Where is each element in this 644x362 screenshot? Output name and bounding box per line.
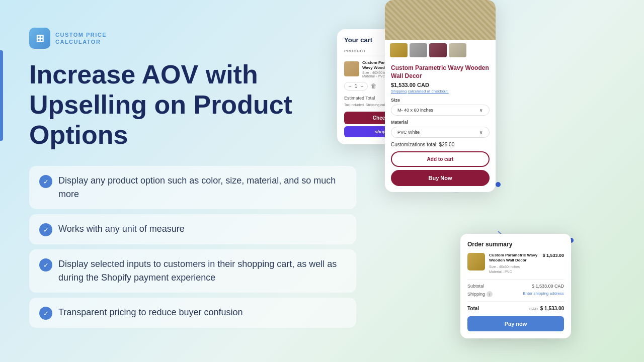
left-accent-bar: [0, 50, 3, 141]
total-value: CAD $ 1,533.00: [529, 306, 564, 311]
order-summary-title: Order summary: [467, 241, 564, 248]
product-thumb-4[interactable]: [449, 43, 466, 57]
qty-control[interactable]: − 1 +: [344, 82, 368, 90]
shipping-note-text: calculated at checkout.: [408, 89, 448, 94]
total-label: Total: [467, 306, 479, 311]
product-thumbnails: [385, 40, 496, 60]
product-thumb-1[interactable]: [390, 43, 408, 57]
shipping-value[interactable]: Enter shipping address: [523, 291, 564, 297]
product-shipping-note: Shipping calculated at checkout.: [391, 89, 490, 94]
right-area: Your cart Continue shopping PRODUCT TOTA…: [332, 0, 644, 362]
check-icon-3: ✓: [39, 258, 52, 272]
product-image-pattern: [385, 0, 496, 40]
check-icon-4: ✓: [39, 307, 52, 320]
product-price: $1,533.00 CAD: [391, 82, 490, 88]
product-thumb-2[interactable]: [410, 43, 427, 57]
product-main-image: [385, 0, 496, 40]
feature-text-3: Display selected inputs to customers in …: [58, 257, 346, 285]
product-details: Custom Parametric Wavy Wooden Wall Decor…: [385, 60, 496, 192]
material-option-label: Material: [391, 120, 490, 125]
feature-item-3: ✓ Display selected inputs to customers i…: [29, 249, 356, 293]
estimated-total-label: Estimated Total: [344, 96, 375, 101]
total-currency: CAD: [529, 307, 538, 311]
order-item-name: Custom Parametric Wavy Wooden Wall Decor: [489, 253, 538, 263]
total-amount: $ 1,533.00: [540, 306, 564, 311]
order-summary-modal: Order summary Custom Parametric Wavy Woo…: [460, 234, 571, 338]
order-item-size: Size - 40x60 inches: [489, 264, 538, 269]
brand-name: CUSTOM PRICE CALCULATOR: [55, 31, 107, 46]
product-name: Custom Parametric Wavy Wooden Wall Decor: [391, 64, 490, 80]
cart-title: Your cart: [344, 36, 372, 44]
product-col-header: PRODUCT: [344, 49, 366, 53]
subtotal-label: Subtotal: [467, 284, 484, 289]
shipping-row-label: Shipping i: [467, 291, 493, 297]
product-thumb-3[interactable]: [429, 43, 447, 57]
shipping-info-icon[interactable]: i: [487, 291, 493, 297]
add-to-cart-button[interactable]: Add to cart: [391, 151, 490, 167]
customizations-value: $25.00: [439, 142, 455, 147]
pay-now-button[interactable]: Pay now: [467, 316, 564, 331]
left-panel: ⊞ CUSTOM PRICE CALCULATOR Increase AOV w…: [29, 28, 356, 328]
remove-item-icon[interactable]: 🗑: [371, 82, 377, 89]
order-item-material: Material - PVC: [489, 269, 538, 275]
customizations-label: Customizations total:: [391, 142, 438, 147]
connector-dot-1: [496, 182, 501, 187]
product-modal: Custom Parametric Wavy Wooden Wall Decor…: [385, 0, 496, 192]
material-chevron-icon: ∨: [479, 130, 483, 135]
order-divider-1: [467, 279, 564, 280]
order-divider-2: [467, 301, 564, 302]
feature-item-4: ✓ Transparent pricing to reduce buyer co…: [29, 298, 356, 328]
order-item-image: [467, 253, 485, 270]
size-select[interactable]: M- 40 x 60 inches ∨: [391, 105, 490, 116]
feature-list: ✓ Display any product option such as col…: [29, 166, 356, 328]
material-select-value: PVC White: [397, 130, 420, 135]
order-summary-item: Custom Parametric Wavy Wooden Wall Decor…: [467, 253, 564, 274]
buy-now-button[interactable]: Buy Now: [391, 170, 490, 186]
size-chevron-icon: ∨: [479, 108, 483, 113]
brand-header: ⊞ CUSTOM PRICE CALCULATOR: [29, 28, 356, 49]
cart-item-image: [344, 61, 359, 76]
qty-value: 1: [355, 83, 358, 89]
shipping-link[interactable]: Shipping: [391, 89, 407, 94]
feature-text-2: Works with any unit of measure: [58, 222, 185, 236]
feature-item-2: ✓ Works with any unit of measure: [29, 214, 356, 244]
shipping-row: Shipping i Enter shipping address: [467, 291, 564, 297]
customizations-total: Customizations total: $25.00: [391, 142, 490, 147]
size-option-label: Size: [391, 98, 490, 103]
order-item-info: Custom Parametric Wavy Wooden Wall Decor…: [489, 253, 538, 274]
main-title: Increase AOV with Upselling on Product O…: [29, 60, 356, 150]
total-row: Total CAD $ 1,533.00: [467, 306, 564, 311]
check-icon-1: ✓: [39, 175, 52, 188]
qty-decrease[interactable]: −: [349, 83, 352, 89]
size-select-value: M- 40 x 60 inches: [397, 108, 433, 113]
subtotal-row: Subtotal $ 1,533.00 CAD: [467, 284, 564, 289]
feature-item-1: ✓ Display any product option such as col…: [29, 166, 356, 209]
check-icon-2: ✓: [39, 223, 52, 236]
qty-increase[interactable]: +: [360, 83, 363, 89]
brand-icon: ⊞: [29, 28, 50, 49]
feature-text-1: Display any product option such as color…: [58, 174, 346, 201]
feature-text-4: Transparent pricing to reduce buyer conf…: [58, 306, 243, 319]
order-item-price: $ 1,533.00: [542, 253, 564, 274]
subtotal-value: $ 1,533.00 CAD: [532, 284, 564, 289]
material-select[interactable]: PVC White ∨: [391, 127, 490, 138]
